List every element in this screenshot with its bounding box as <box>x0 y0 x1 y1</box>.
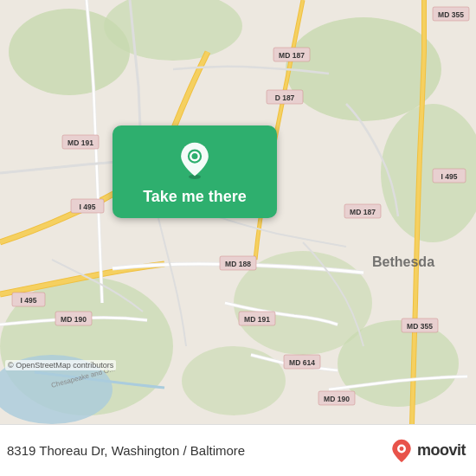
svg-text:MD 355: MD 355 <box>407 322 433 331</box>
svg-point-8 <box>182 346 286 415</box>
moovit-logo: moovit <box>389 439 466 463</box>
svg-text:MD 188: MD 188 <box>225 260 251 268</box>
take-me-there-button[interactable]: Take me there <box>113 125 277 218</box>
svg-text:MD 187: MD 187 <box>279 51 305 60</box>
svg-text:MD 614: MD 614 <box>289 358 315 367</box>
svg-text:D 187: D 187 <box>275 93 295 102</box>
svg-text:I 495: I 495 <box>21 296 37 305</box>
svg-point-7 <box>338 320 459 407</box>
osm-attribution: © OpenStreetMap contributors <box>5 360 116 370</box>
svg-text:MD 191: MD 191 <box>244 315 270 324</box>
svg-text:Bethesda: Bethesda <box>372 254 434 269</box>
svg-text:I 495: I 495 <box>441 172 458 181</box>
moovit-brand-text: moovit <box>417 441 466 460</box>
svg-text:MD 355: MD 355 <box>438 10 464 19</box>
location-pin-icon <box>176 141 214 179</box>
take-me-there-label: Take me there <box>143 188 247 206</box>
map-container: MD 355 MD 187 MD 191 I 495 MD 187 I 495 … <box>0 0 476 424</box>
bottom-bar: 8319 Thoreau Dr, Washington / Baltimore … <box>0 424 476 476</box>
svg-text:I 495: I 495 <box>80 203 96 211</box>
svg-text:MD 190: MD 190 <box>324 395 350 403</box>
svg-text:MD 190: MD 190 <box>61 315 87 324</box>
svg-text:MD 191: MD 191 <box>68 138 93 147</box>
svg-text:MD 187: MD 187 <box>350 208 376 216</box>
address-label: 8319 Thoreau Dr, Washington / Baltimore <box>7 443 245 458</box>
svg-point-3 <box>286 17 441 121</box>
moovit-pin-icon <box>389 439 414 463</box>
svg-point-42 <box>191 153 197 159</box>
svg-point-44 <box>400 447 404 451</box>
